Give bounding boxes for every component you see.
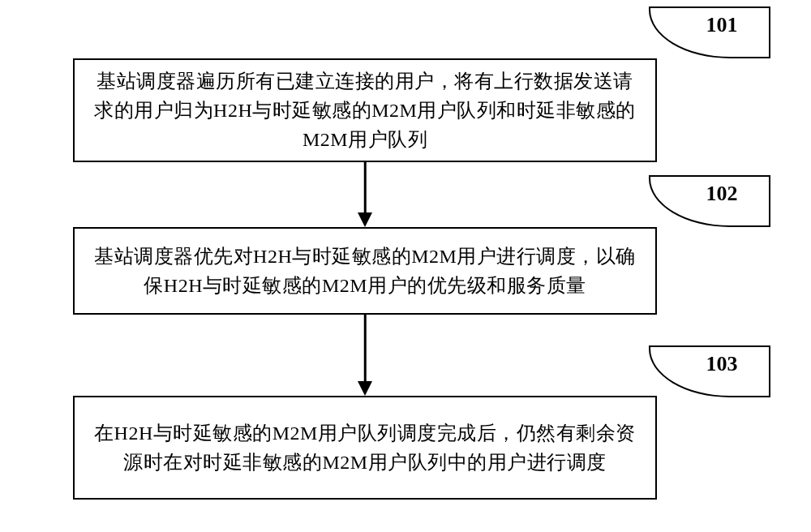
step-text: 基站调度器遍历所有已建立连接的用户，将有上行数据发送请求的用户归为H2H与时延敏…: [94, 66, 636, 154]
step-box-103: 在H2H与时延敏感的M2M用户队列调度完成后，仍然有剩余资源时在对时延非敏感的M…: [73, 396, 657, 500]
step-box-102: 基站调度器优先对H2H与时延敏感的M2M用户进行调度，以确保H2H与时延敏感的M…: [73, 227, 657, 315]
arrow-line: [364, 315, 367, 381]
step-label-text: 101: [706, 13, 738, 37]
step-box-101: 基站调度器遍历所有已建立连接的用户，将有上行数据发送请求的用户归为H2H与时延敏…: [73, 58, 657, 162]
step-label-text: 103: [706, 352, 738, 376]
arrow-head-icon: [358, 381, 372, 396]
step-text: 在H2H与时延敏感的M2M用户队列调度完成后，仍然有剩余资源时在对时延非敏感的M…: [94, 418, 636, 477]
flowchart: 101 基站调度器遍历所有已建立连接的用户，将有上行数据发送请求的用户归为H2H…: [0, 0, 811, 532]
step-label-text: 102: [706, 182, 738, 206]
step-label-101: 101: [649, 6, 770, 58]
step-label-103: 103: [649, 345, 770, 397]
step-label-102: 102: [649, 175, 770, 227]
arrow-line: [364, 162, 367, 212]
arrow-head-icon: [358, 212, 372, 227]
step-text: 基站调度器优先对H2H与时延敏感的M2M用户进行调度，以确保H2H与时延敏感的M…: [94, 242, 636, 300]
